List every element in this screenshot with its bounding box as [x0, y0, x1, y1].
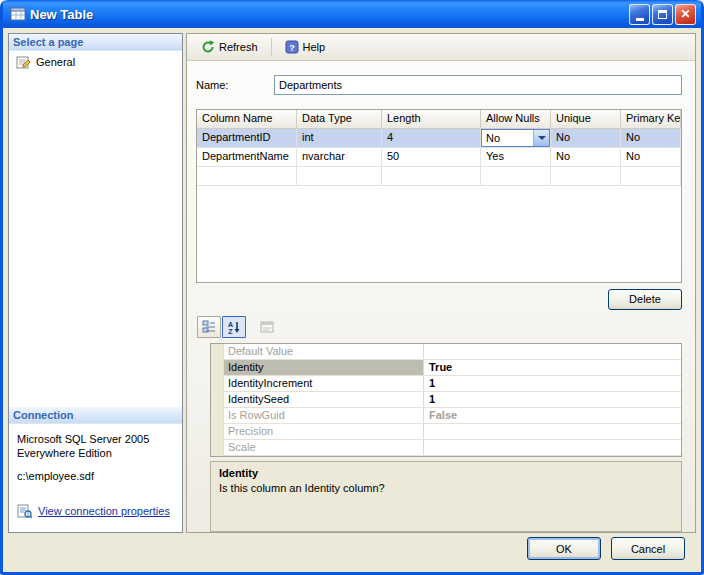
svg-text:A: A [228, 320, 233, 327]
sidebar: Select a page General Connection Microso… [8, 33, 183, 533]
name-label: Name: [196, 79, 274, 91]
general-page-icon [16, 55, 31, 69]
property-row-isrowguid[interactable]: Is RowGuid False [211, 408, 681, 424]
refresh-label: Refresh [219, 41, 258, 53]
connection-properties-icon [17, 504, 32, 518]
cell-length[interactable]: 4 [382, 129, 481, 148]
delete-row: Delete [196, 283, 682, 314]
help-icon: ? [285, 40, 299, 54]
property-row-identityseed[interactable]: IdentitySeed 1 [211, 392, 681, 408]
connection-server-text: Microsoft SQL Server 2005 Everywhere Edi… [9, 424, 182, 460]
cell-allow-nulls: No [481, 129, 551, 148]
titlebar: New Table ✕ [3, 0, 701, 28]
property-pages-icon [260, 320, 274, 334]
name-row: Name: [196, 75, 682, 95]
minimize-icon [636, 18, 644, 21]
header-column-name: Column Name [197, 110, 297, 129]
refresh-button[interactable]: Refresh [193, 36, 266, 58]
property-description-title: Identity [219, 467, 673, 479]
svg-text:?: ? [289, 43, 295, 53]
header-length: Length [382, 110, 481, 129]
grid-header-row: Column Name Data Type Length Allow Nulls… [197, 110, 681, 129]
connection-link-row: View connection properties [9, 482, 182, 532]
categorized-button[interactable] [197, 316, 221, 338]
combobox-dropdown-button[interactable] [533, 130, 549, 146]
close-button[interactable]: ✕ [675, 4, 696, 25]
property-grid: Default Value Identity True IdentityIncr… [210, 343, 682, 457]
select-a-page-header: Select a page [9, 34, 182, 51]
alphabetical-sort-button[interactable]: A Z [222, 316, 246, 338]
cell-length[interactable]: 50 [382, 148, 481, 167]
toolbar-separator [271, 38, 272, 56]
cell-column-name[interactable]: DepartmentName [197, 148, 297, 167]
sidebar-item-general[interactable]: General [9, 51, 182, 73]
dialog-footer: OK Cancel [3, 533, 701, 572]
main-panel: Refresh ? Help Name: [186, 33, 696, 533]
maximize-icon [658, 10, 667, 19]
cell-data-type[interactable]: nvarchar [297, 148, 382, 167]
window-title: New Table [30, 7, 629, 22]
az-sort-icon: A Z [227, 320, 241, 334]
property-row-scale[interactable]: Scale [211, 440, 681, 456]
cancel-button[interactable]: Cancel [611, 537, 685, 560]
cell-primary-key[interactable]: No [621, 129, 681, 148]
categorized-icon [202, 320, 216, 334]
server-line-2: Everywhere Edition [17, 446, 176, 460]
database-path: c:\employee.sdf [9, 460, 182, 482]
view-connection-properties-link[interactable]: View connection properties [38, 505, 170, 517]
minimize-button[interactable] [629, 4, 650, 25]
server-line-1: Microsoft SQL Server 2005 [17, 432, 176, 446]
header-unique: Unique [551, 110, 621, 129]
header-primary-key: Primary Key [621, 110, 681, 129]
sidebar-spacer [9, 73, 182, 407]
chevron-down-icon [538, 136, 546, 140]
cell-primary-key[interactable]: No [621, 148, 681, 167]
combobox-value: No [482, 132, 533, 144]
cell-unique[interactable]: No [551, 148, 621, 167]
dialog-body: Select a page General Connection Microso… [3, 28, 701, 533]
connection-header: Connection [9, 407, 182, 424]
table-icon [10, 6, 26, 22]
columns-grid: Column Name Data Type Length Allow Nulls… [196, 109, 682, 283]
maximize-button[interactable] [652, 4, 673, 25]
table-name-input[interactable] [274, 75, 682, 95]
svg-text:Z: Z [228, 327, 233, 334]
sidebar-item-label: General [36, 56, 75, 68]
allow-nulls-combobox[interactable]: No [481, 129, 550, 147]
property-grid-toolbar: A Z [197, 316, 682, 338]
property-pages-button [255, 316, 279, 338]
cell-unique[interactable]: No [551, 129, 621, 148]
header-data-type: Data Type [297, 110, 382, 129]
property-row-identityincrement[interactable]: IdentityIncrement 1 [211, 376, 681, 392]
header-allow-nulls: Allow Nulls [481, 110, 551, 129]
grid-row-departmentname[interactable]: DepartmentName nvarchar 50 Yes No No [197, 148, 681, 167]
cell-allow-nulls[interactable]: Yes [481, 148, 551, 167]
help-label: Help [303, 41, 326, 53]
refresh-icon [201, 40, 215, 54]
close-icon: ✕ [680, 8, 690, 20]
cell-column-name[interactable]: DepartmentID [197, 129, 297, 148]
grid-row-empty[interactable] [197, 167, 681, 186]
cell-data-type[interactable]: int [297, 129, 382, 148]
delete-button[interactable]: Delete [608, 289, 682, 310]
general-page-content: Name: Column Name Data Type Length Allow… [187, 61, 695, 532]
property-description-text: Is this column an Identity column? [219, 482, 673, 494]
property-description-panel: Identity Is this column an Identity colu… [210, 461, 682, 532]
help-button[interactable]: ? Help [277, 36, 334, 58]
property-row-identity[interactable]: Identity True [211, 360, 681, 376]
ok-button[interactable]: OK [527, 537, 601, 560]
property-row-precision[interactable]: Precision [211, 424, 681, 440]
main-toolbar: Refresh ? Help [187, 34, 695, 61]
property-row-default-value[interactable]: Default Value [211, 344, 681, 360]
window-controls: ✕ [629, 4, 696, 25]
new-table-dialog: New Table ✕ Select a page [0, 0, 704, 575]
grid-row-departmentid[interactable]: DepartmentID int 4 No No No [197, 129, 681, 148]
